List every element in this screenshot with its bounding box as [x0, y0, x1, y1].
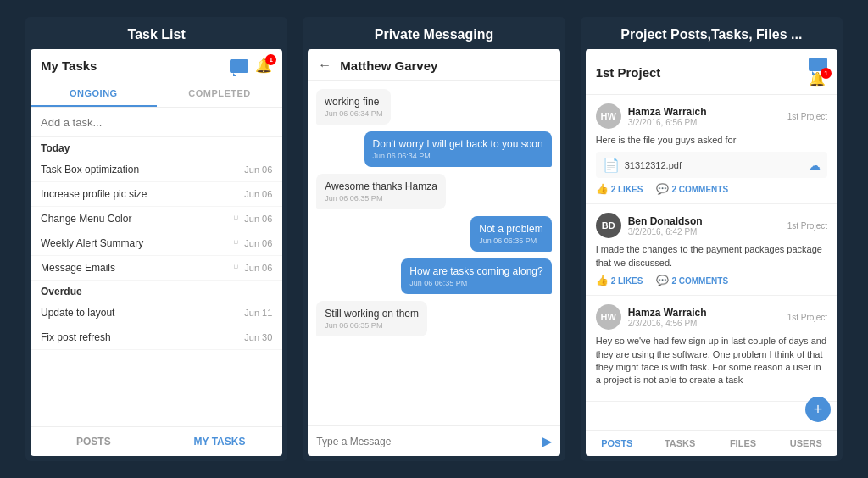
contact-name: Matthew Garvey [340, 58, 437, 73]
add-task-row [31, 108, 282, 137]
chat-icon [230, 59, 248, 73]
proj-bottom-nav: POSTS TASKS FILES USERS [586, 430, 837, 456]
nav-posts[interactable]: POSTS [31, 427, 157, 456]
avatar-2: HW [596, 304, 621, 330]
task-top-bar: My Tasks 🔔 1 [31, 49, 282, 81]
msg-5: Still working on them Jun 06 06:35 PM [316, 301, 427, 336]
proj-nav-users[interactable]: USERS [775, 431, 837, 456]
likes-action-0[interactable]: 👍 2 LIKES [596, 183, 643, 195]
panel-project: Project Posts,Tasks, Files ... 1st Proje… [581, 17, 843, 461]
msg-text-3: Not a problem [479, 223, 542, 235]
likes-action-1[interactable]: 👍 2 LIKES [596, 275, 643, 286]
proj-top-bar: 1st Project 🔔 1 [586, 49, 837, 95]
post-actions-1: 👍 2 LIKES 💬 2 COMMENTS [596, 275, 827, 286]
task-date-3: Jun 06 [244, 238, 272, 248]
msg-time-4: Jun 06 06:35 PM [409, 279, 542, 287]
post-author-1: Ben Donaldson [628, 215, 781, 227]
proj-nav-files[interactable]: FILES [711, 431, 774, 456]
phone-frame-3: 1st Project 🔔 1 HW Ha [586, 49, 837, 456]
file-icon-0: 📄 [603, 157, 620, 173]
post-header-2: HW Hamza Warraich 2/3/2016, 4:56 PM 1st … [596, 304, 827, 330]
tab-ongoing[interactable]: ONGOING [31, 81, 157, 107]
msg-text-1: Don't worry I will get back to you soon [373, 138, 543, 150]
post-author-2: Hamza Warraich [628, 307, 781, 319]
proj-bell-wrapper: 🔔 1 [809, 71, 827, 87]
task-date-overdue-1: Jun 30 [244, 332, 272, 342]
msg-3: Not a problem Jun 06 06:35 PM [470, 216, 551, 252]
proj-badge: 1 [821, 68, 832, 79]
post-tag-1: 1st Project [787, 221, 827, 231]
comments-action-0[interactable]: 💬 2 COMMENTS [656, 183, 728, 195]
msg-input-row: ▶ [308, 425, 559, 456]
proj-post-0: HW Hamza Warraich 3/2/2016, 6:56 PM 1st … [586, 95, 837, 204]
tab-completed[interactable]: COMPLETED [157, 81, 283, 107]
post-meta-0: Hamza Warraich 3/2/2016, 6:56 PM [628, 106, 781, 127]
task-date-2: Jun 06 [244, 214, 272, 224]
post-date-2: 2/3/2016, 4:56 PM [628, 319, 781, 328]
task-name-1: Increase profile pic size [41, 188, 147, 200]
msg-time-2: Jun 06 06:35 PM [325, 194, 437, 203]
my-tasks-title: My Tasks [41, 58, 97, 73]
task-date-1: Jun 06 [244, 189, 272, 199]
section-overdue: Overdue [31, 281, 282, 301]
task-date-0: Jun 06 [244, 164, 272, 175]
likes-label-1: 2 LIKES [611, 276, 643, 286]
task-row-0: Task Box optimization Jun 06 [31, 158, 282, 182]
task-date-overdue-0: Jun 11 [244, 308, 272, 318]
msg-time-0: Jun 06 06:34 PM [325, 109, 382, 118]
comment-icon-0: 💬 [656, 183, 669, 195]
panel-messaging: Private Messaging ← Matthew Garvey worki… [303, 17, 565, 461]
branch-icon-3: ⑂ [233, 238, 239, 248]
msg-2: Awesome thanks Hamza Jun 06 06:35 PM [316, 174, 446, 209]
msg-top-bar: ← Matthew Garvey [308, 49, 559, 81]
task-name-overdue-1: Fix post refresh [41, 331, 111, 343]
task-name-4: Message Emails [41, 262, 115, 274]
proj-nav-posts[interactable]: POSTS [586, 431, 648, 456]
task-tabs: ONGOING COMPLETED [31, 81, 282, 108]
msg-time-3: Jun 06 06:35 PM [479, 236, 542, 245]
post-meta-1: Ben Donaldson 3/2/2016, 6:42 PM [628, 215, 781, 236]
file-name-0: 31312312.pdf [625, 160, 804, 170]
proj-top-icons: 🔔 1 [809, 58, 827, 87]
nav-my-tasks[interactable]: MY TASKS [157, 427, 283, 456]
send-button[interactable]: ▶ [542, 433, 552, 449]
task-row-1: Increase profile pic size Jun 06 [31, 182, 282, 207]
post-header-0: HW Hamza Warraich 3/2/2016, 6:56 PM 1st … [596, 103, 827, 129]
task-date-4: Jun 06 [244, 263, 272, 273]
task-row-4: Message Emails ⑂ Jun 06 [31, 256, 282, 281]
cloud-icon-0: ☁ [809, 158, 821, 172]
post-body-0: Here is the file you guys asked for [596, 134, 827, 147]
phone-frame-1: My Tasks 🔔 1 ONGOING COMPLETED Today [31, 49, 282, 456]
message-input[interactable] [316, 436, 534, 447]
msg-0: working fine Jun 06 06:34 PM [316, 89, 391, 125]
msg-text-0: working fine [325, 96, 382, 108]
post-body-1: I made the changes to the payment packag… [596, 243, 827, 270]
branch-icon-4: ⑂ [233, 263, 239, 273]
thumbs-up-icon-0: 👍 [596, 183, 609, 195]
msg-text-5: Still working on them [325, 308, 419, 320]
msg-text-2: Awesome thanks Hamza [325, 181, 437, 192]
phone-frame-2: ← Matthew Garvey working fine Jun 06 06:… [308, 49, 559, 456]
post-tag-0: 1st Project [787, 112, 827, 121]
comments-action-1[interactable]: 💬 2 COMMENTS [656, 275, 728, 286]
post-meta-2: Hamza Warraich 2/3/2016, 4:56 PM [628, 307, 781, 328]
bell-wrapper: 🔔 1 [255, 58, 272, 74]
fab-button[interactable]: + [805, 397, 831, 422]
task-row-2: Change Menu Color ⑂ Jun 06 [31, 207, 282, 231]
task-bottom-nav: POSTS MY TASKS [31, 426, 282, 456]
post-date-0: 3/2/2016, 6:56 PM [628, 118, 781, 127]
back-arrow-icon[interactable]: ← [318, 58, 331, 73]
proj-post-2: HW Hamza Warraich 2/3/2016, 4:56 PM 1st … [586, 296, 837, 402]
task-name-3: Weekly Alert Summary [41, 237, 143, 249]
avatar-1: BD [596, 213, 621, 238]
post-actions-0: 👍 2 LIKES 💬 2 COMMENTS [596, 183, 827, 195]
add-task-input[interactable] [41, 116, 272, 129]
file-attach-0: 📄 31312312.pdf ☁ [596, 152, 827, 178]
post-tag-2: 1st Project [787, 313, 827, 322]
msg-1: Don't worry I will get back to you soon … [364, 131, 552, 167]
post-header-1: BD Ben Donaldson 3/2/2016, 6:42 PM 1st P… [596, 213, 827, 238]
comment-icon-1: 💬 [656, 275, 669, 286]
section-today: Today [31, 137, 282, 158]
proj-content-wrapper: HW Hamza Warraich 3/2/2016, 6:56 PM 1st … [586, 95, 837, 456]
proj-nav-tasks[interactable]: TASKS [648, 431, 711, 456]
